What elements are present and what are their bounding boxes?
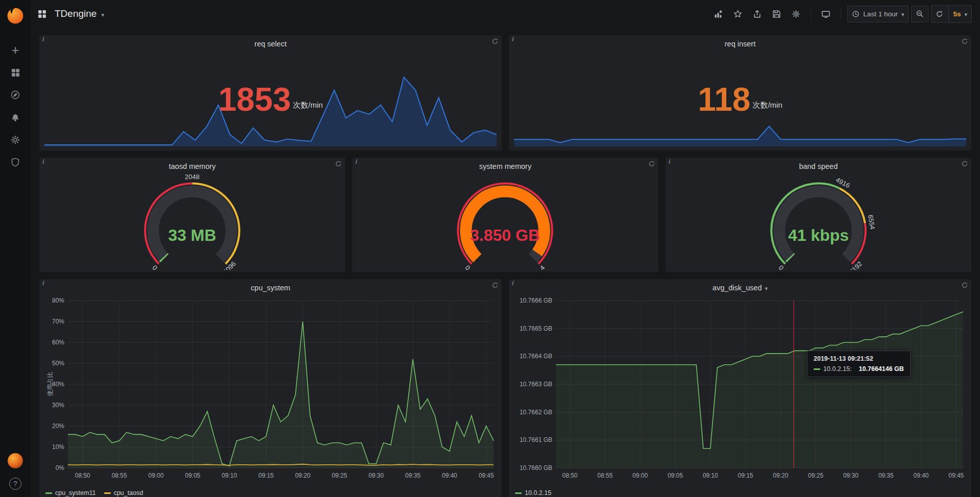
panel-menu-caret-icon[interactable] — [765, 284, 768, 292]
grafana-logo[interactable] — [6, 6, 25, 26]
band-speed-gauge: 049166554819241 kbps — [670, 173, 967, 270]
info-icon[interactable] — [42, 158, 44, 165]
spinner-icon[interactable] — [492, 282, 498, 290]
info-icon[interactable] — [669, 158, 671, 165]
panel-title[interactable]: cpu_system — [39, 279, 502, 292]
sidebar-item-alerting[interactable] — [4, 106, 27, 129]
svg-text:09:25: 09:25 — [808, 472, 823, 479]
sidebar-item-help[interactable] — [9, 478, 21, 490]
refresh-group: 5s — [931, 5, 972, 23]
svg-text:20%: 20% — [52, 423, 64, 430]
panel-title-text: req select — [255, 40, 287, 48]
panel-title[interactable]: taosd memory — [39, 158, 345, 170]
spinner-icon[interactable] — [649, 161, 655, 168]
time-range-picker[interactable]: Last 1 hour — [847, 6, 909, 22]
info-icon[interactable] — [355, 158, 357, 165]
panel-title[interactable]: band speed — [666, 158, 971, 170]
svg-text:09:05: 09:05 — [185, 472, 200, 479]
svg-text:41 kbps: 41 kbps — [788, 226, 849, 244]
avg-disk-used-chart: 2019-11-13 09:21:52 10.0.2.15: 10.766414… — [514, 296, 968, 481]
navbar-divider — [811, 8, 811, 19]
cycle-view-button[interactable] — [817, 6, 835, 22]
panel-title-text: req insert — [725, 40, 755, 48]
spinner-icon[interactable] — [962, 161, 968, 168]
zoom-out-button[interactable] — [911, 6, 928, 22]
legend-series-swatch — [45, 492, 52, 494]
add-panel-icon — [714, 10, 723, 18]
info-icon[interactable] — [512, 35, 514, 43]
cpu-y-axis-title: 使用占比 — [46, 371, 55, 396]
navbar-divider — [841, 8, 841, 19]
svg-text:10.7663 GB: 10.7663 GB — [520, 381, 552, 388]
panel-title[interactable]: req insert — [509, 35, 971, 48]
legend-item[interactable]: cpu_taosd — [104, 489, 143, 496]
svg-text:33 MB: 33 MB — [168, 226, 216, 244]
grafana-flame-icon — [6, 6, 25, 26]
share-icon — [753, 10, 762, 18]
legend-item[interactable]: 10.0.2.15 — [515, 489, 551, 496]
dashboard-grid-icon[interactable] — [38, 10, 46, 18]
info-icon[interactable] — [42, 279, 44, 287]
magnifier-icon — [916, 10, 924, 18]
grafana-app: TDengine — [0, 0, 980, 497]
monitor-icon — [821, 10, 830, 18]
add-panel-button[interactable] — [710, 6, 727, 22]
sidebar-item-create[interactable] — [4, 39, 27, 61]
dashboards-squares-icon — [11, 68, 20, 78]
svg-text:09:25: 09:25 — [332, 472, 347, 479]
dashboard-title-dropdown[interactable]: TDengine — [55, 8, 104, 19]
svg-text:09:00: 09:00 — [149, 472, 164, 479]
taosd-memory-gauge: 02048409633 MB — [43, 173, 341, 270]
legend-item[interactable]: cpu_system11 — [45, 489, 96, 496]
svg-text:09:40: 09:40 — [913, 472, 928, 479]
gear-icon — [792, 10, 800, 18]
info-icon[interactable] — [42, 35, 44, 43]
svg-text:10.7661 GB: 10.7661 GB — [520, 436, 552, 443]
dashboard-title: TDengine — [55, 8, 96, 19]
sidebar-item-dashboards[interactable] — [4, 61, 27, 84]
system-memory-gauge: 043.850 GB — [356, 173, 654, 270]
user-avatar[interactable] — [8, 453, 23, 468]
cpu-legend: cpu_system11cpu_taosd — [45, 489, 151, 496]
explore-compass-icon — [10, 90, 20, 100]
svg-text:08:50: 08:50 — [75, 472, 90, 479]
refresh-interval-dropdown[interactable]: 5s — [948, 6, 971, 22]
share-button[interactable] — [749, 6, 766, 22]
req-select-stat-value: 1853 — [218, 85, 291, 115]
refresh-icon — [936, 10, 943, 18]
spinner-icon[interactable] — [492, 38, 498, 46]
star-button[interactable] — [729, 6, 746, 22]
svg-text:09:40: 09:40 — [442, 472, 457, 479]
info-icon[interactable] — [512, 279, 514, 287]
svg-text:09:00: 09:00 — [632, 472, 648, 479]
svg-text:09:20: 09:20 — [773, 472, 788, 479]
spinner-icon[interactable] — [335, 161, 341, 168]
svg-text:10.7660 GB: 10.7660 GB — [520, 464, 552, 471]
sidebar-item-server-admin[interactable] — [4, 151, 27, 173]
panel-title[interactable]: avg_disk_used — [509, 279, 971, 292]
sidebar-item-configuration[interactable] — [4, 129, 27, 151]
caret-down-icon — [901, 10, 904, 18]
tooltip-series-swatch — [814, 368, 820, 370]
svg-text:6554: 6554 — [867, 214, 876, 230]
refresh-button[interactable] — [932, 6, 948, 22]
dashboard-settings-button[interactable] — [788, 6, 804, 22]
sidebar-item-explore[interactable] — [4, 84, 27, 106]
save-button[interactable] — [768, 6, 785, 22]
svg-text:09:10: 09:10 — [222, 472, 237, 479]
caret-down-icon — [101, 8, 104, 19]
svg-text:2048: 2048 — [185, 173, 200, 181]
refresh-interval-label: 5s — [953, 10, 961, 18]
panel-title-text: system memory — [479, 162, 531, 170]
svg-text:10.7665 GB: 10.7665 GB — [520, 325, 552, 332]
spinner-icon[interactable] — [962, 282, 968, 290]
navbar: TDengine — [31, 0, 980, 28]
spinner-icon[interactable] — [962, 38, 968, 46]
panel-title[interactable]: req select — [39, 35, 502, 48]
svg-text:09:30: 09:30 — [369, 472, 384, 479]
shield-icon — [10, 157, 20, 167]
panel-title[interactable]: system memory — [352, 158, 658, 170]
legend-series-name: cpu_system11 — [55, 489, 96, 496]
svg-text:09:05: 09:05 — [668, 472, 683, 479]
disk-legend: 10.0.2.15 — [515, 489, 559, 496]
